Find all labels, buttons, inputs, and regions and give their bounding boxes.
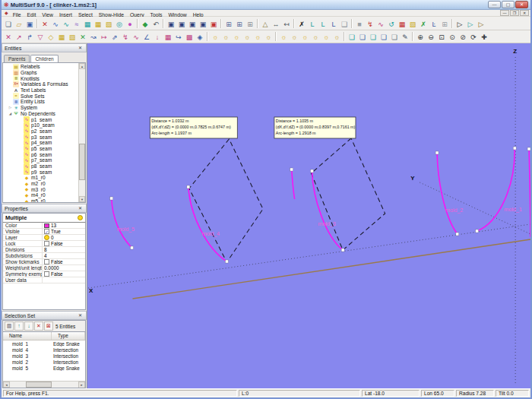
tree-item-relabels[interactable]: ▤Relabels	[5, 64, 78, 70]
minimize-button[interactable]: —	[488, 1, 501, 8]
control-point-mold_1-1[interactable]	[476, 230, 479, 233]
blob-tool-icon[interactable]: ●	[125, 18, 135, 29]
tree-item-p5-seam[interactable]: ∿p5_seam	[5, 146, 78, 152]
zoom-in-icon[interactable]: ⊕	[415, 31, 426, 42]
surf-y2-icon[interactable]: ▧	[67, 31, 78, 42]
checkbox-icon[interactable]: ✓	[44, 229, 49, 234]
tree-item-text-labels[interactable]: AText Labels	[5, 87, 78, 93]
scroll-right-icon[interactable]: ►	[78, 382, 85, 388]
selection-row-mold_1[interactable]: mold_1Edge Snake	[3, 340, 85, 347]
snake-tool-icon[interactable]: ≈	[71, 18, 82, 29]
tree-item-variables-formulas[interactable]: X=Variables & Formulas	[5, 81, 78, 87]
clone-icon[interactable]: ❏	[389, 31, 400, 42]
property-value[interactable]: ✓True	[43, 229, 85, 234]
tree-item-p1-seam[interactable]: ∿p1_seam	[5, 116, 78, 122]
view-front-icon[interactable]: ▣	[166, 18, 176, 29]
view-iso-icon[interactable]: ▣	[198, 18, 208, 29]
maximize-button[interactable]: ▢	[502, 1, 515, 8]
selection-row-mold_3[interactable]: mold_3Intersection	[3, 353, 85, 359]
flag-c-icon[interactable]: L	[328, 18, 339, 29]
control-point-seam-segment-0[interactable]	[290, 168, 293, 171]
diamond-tool-icon[interactable]: ◆	[140, 18, 150, 29]
zoom-prev-icon[interactable]: ⊘	[458, 31, 468, 42]
move-up-icon[interactable]: ↑	[14, 321, 24, 331]
angle-icon[interactable]: ∠	[141, 31, 152, 42]
tree-item-p3-seam[interactable]: ∿p3_seam	[5, 134, 78, 140]
property-value[interactable]: False	[43, 259, 85, 264]
refresh-icon[interactable]: ⟳	[468, 31, 479, 42]
hide-all-icon[interactable]: ☼	[278, 31, 289, 42]
selection-row-mold_2[interactable]: mold_2Intersection	[3, 359, 85, 365]
scroll-up-icon[interactable]: ▲	[79, 63, 85, 69]
map-icon[interactable]: ↦	[99, 31, 109, 42]
pen-icon[interactable]: ✎	[400, 31, 410, 42]
stop-icon[interactable]: ■	[354, 18, 365, 29]
grid-b-icon[interactable]: ⊞	[234, 18, 245, 29]
checkbox-icon[interactable]	[44, 241, 49, 246]
control-point-mold_2-1[interactable]	[456, 233, 459, 236]
pointer-curve-icon[interactable]: ▷	[476, 18, 486, 29]
control-point-mold_3-1[interactable]	[341, 249, 344, 252]
control-point-mold_3-0[interactable]	[310, 169, 313, 173]
grid-red-icon[interactable]: ▦	[397, 18, 407, 29]
control-point-mold_2-0[interactable]	[435, 151, 439, 154]
grid-m-icon[interactable]: ▦	[163, 31, 173, 42]
property-value[interactable]: 8	[43, 247, 85, 252]
tree-scrollbar[interactable]: ▲ ▼	[78, 63, 85, 202]
tree-item-p8-seam[interactable]: ∿p8_seam	[5, 163, 78, 169]
solid-tool-icon[interactable]: ▧	[103, 18, 114, 29]
bolt-icon[interactable]: ↯	[120, 31, 131, 42]
property-value[interactable]	[43, 277, 85, 283]
curve-tool-icon[interactable]: ∿	[61, 18, 71, 29]
grid-gray-icon[interactable]: ⊞	[439, 18, 450, 29]
tree-item-no-dependents[interactable]: ◢ΨNo Dependents	[5, 111, 78, 117]
tree-item-m3-r0[interactable]: ◆m3_r0	[5, 186, 78, 192]
hide-surfaces-icon[interactable]: ☼	[310, 31, 321, 42]
checkbox-icon[interactable]	[44, 271, 49, 277]
property-value[interactable]: False	[43, 271, 85, 277]
column-header-type[interactable]: Type	[52, 332, 85, 340]
save-icon[interactable]: ▣	[24, 18, 35, 29]
corner-icon[interactable]: Ŀ	[429, 18, 439, 29]
drop-icon[interactable]: ↓	[152, 31, 163, 42]
note-icon[interactable]: ❑	[339, 18, 350, 29]
selection-hscrollbar[interactable]: ◄ ►	[3, 381, 85, 388]
new-file-icon[interactable]: ❏	[3, 18, 14, 29]
show-surfaces-icon[interactable]: ☼	[242, 31, 252, 42]
proj-point-icon[interactable]: ↗	[14, 31, 24, 42]
proj-icon[interactable]: ⇗	[109, 31, 120, 42]
loop-icon[interactable]: ↺	[386, 18, 397, 29]
grid-c-icon[interactable]: ⊞	[245, 18, 255, 29]
tree-item-solve-sets[interactable]: =Solve Sets	[5, 93, 78, 99]
poly-icon[interactable]: ◈	[195, 31, 205, 42]
tree-item-p7-seam[interactable]: ∿p7_seam	[5, 157, 78, 163]
selection-close-icon[interactable]: ✕	[77, 312, 84, 319]
flag-a-icon[interactable]: L	[307, 18, 318, 29]
tree-item-entity-lists[interactable]: ≣Entity Lists	[5, 99, 78, 105]
wave-icon[interactable]: ∿	[375, 18, 386, 29]
mdi-close-button[interactable]: ✕	[520, 10, 529, 16]
paste-icon[interactable]: ❏	[368, 31, 378, 42]
clear-selection-icon[interactable]: ⊠	[44, 321, 53, 331]
document-icon[interactable]: ◆	[5, 10, 8, 16]
hide-curves-icon[interactable]: ☼	[299, 31, 310, 42]
mdi-restore-button[interactable]: ❐	[510, 10, 519, 16]
magnet-icon[interactable]: ◇	[46, 31, 56, 42]
remove-entity-icon[interactable]: ✕	[34, 321, 43, 331]
surface-tool-icon[interactable]: ▦	[82, 18, 93, 29]
tree-item-p9-seam[interactable]: ∿p9_seam	[5, 169, 78, 175]
tree-item-knotlists[interactable]: ≣Knotlists	[5, 75, 78, 81]
entity-list-view-icon[interactable]: ▥	[5, 321, 14, 331]
cylinder-tool-icon[interactable]: ◎	[114, 18, 125, 29]
close-button[interactable]: ✕	[515, 1, 528, 8]
bead-icon[interactable]: ↱	[24, 31, 35, 42]
mesh-tool-icon[interactable]: ▦	[93, 18, 103, 29]
tree-item-m2-r0[interactable]: ◆m2_r0	[5, 181, 78, 187]
show-points-icon[interactable]: ☼	[220, 31, 231, 42]
tree-item-system[interactable]: ▷✳System	[5, 105, 78, 111]
delete-point-icon[interactable]: ✕	[40, 18, 50, 29]
model-viewport[interactable]: mold_5mold_4mold_3mold_2mold_1Distance =…	[87, 43, 530, 388]
green-x-icon[interactable]: ✗	[418, 18, 429, 29]
control-point-edge-curve-0[interactable]	[527, 147, 530, 150]
tree-item-p6-seam[interactable]: ∿p6_seam	[5, 151, 78, 157]
